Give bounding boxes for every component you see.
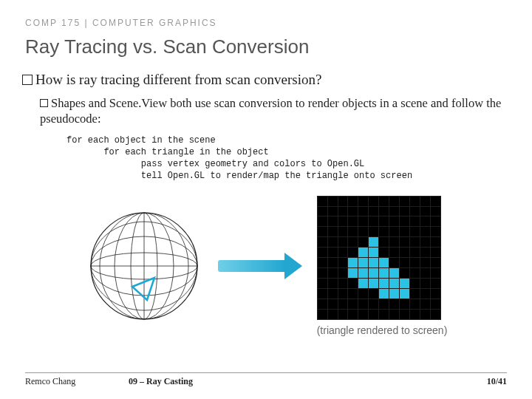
pixel-cell [328, 279, 338, 288]
pixel-cell [389, 268, 399, 278]
pixel-cell [410, 279, 420, 288]
pixel-cell [348, 197, 358, 206]
pixel-cell [358, 197, 368, 206]
pixel-cell [369, 216, 378, 226]
pixel-cell [338, 289, 348, 299]
bullet-1-text: How is ray tracing different from scan c… [35, 72, 321, 87]
pixel-cell [369, 258, 378, 267]
pixel-cell [348, 258, 358, 267]
pixel-cell [348, 237, 358, 247]
pixel-cell [400, 279, 409, 288]
pixel-cell [420, 237, 430, 247]
pixel-cell [379, 299, 389, 309]
pixel-cell [338, 207, 348, 216]
pixel-cell [410, 227, 420, 236]
pixel-cell [400, 197, 409, 206]
pixel-cell [420, 268, 430, 278]
pixel-cell [389, 279, 399, 288]
pixel-cell [338, 310, 348, 319]
pixel-cell [410, 310, 420, 319]
pixel-cell [431, 279, 440, 288]
pixel-cell [318, 279, 327, 288]
pseudocode-block: for each object in the scene for each tr… [22, 134, 510, 183]
pixel-cell [420, 227, 430, 236]
pixel-cell [379, 310, 389, 319]
pixel-cell [338, 216, 348, 226]
pixel-cell [328, 258, 338, 267]
pixel-cell [328, 289, 338, 299]
pixel-cell [358, 248, 368, 257]
pixel-cell [348, 227, 358, 236]
pixel-cell [420, 207, 430, 216]
pixel-cell [328, 299, 338, 309]
pixel-cell [318, 258, 327, 267]
pixel-cell [348, 207, 358, 216]
pixel-cell [400, 216, 409, 226]
pixel-cell [338, 248, 348, 257]
pixel-cell [338, 227, 348, 236]
pixel-cell [328, 216, 338, 226]
pixel-cell [328, 227, 338, 236]
pixel-cell [410, 248, 420, 257]
pixel-cell [348, 216, 358, 226]
pixel-cell [410, 258, 420, 267]
pixel-cell [369, 237, 378, 247]
pixel-cell [431, 289, 440, 299]
pixel-cell [379, 216, 389, 226]
pixel-cell [431, 197, 440, 206]
pixel-cell [369, 279, 378, 288]
arrow-right-icon [218, 253, 302, 279]
pixel-cell [379, 227, 389, 236]
pixel-cell [358, 216, 368, 226]
pixel-cell [348, 289, 358, 299]
pixel-cell [400, 258, 409, 267]
pixel-cell [338, 279, 348, 288]
pixel-cell [420, 299, 430, 309]
pixel-cell [431, 248, 440, 257]
pixel-cell [389, 207, 399, 216]
pixel-cell [318, 289, 327, 299]
pixel-cell [400, 310, 409, 319]
course-header: COMP 175 | COMPUTER GRAPHICS [0, 0, 532, 33]
pixel-cell [431, 237, 440, 247]
wireframe-sphere-icon [85, 207, 203, 325]
bullet-level-1: How is ray tracing different from scan c… [22, 72, 510, 88]
pixel-cell [369, 197, 378, 206]
pixel-cell [348, 248, 358, 257]
pixel-cell [358, 299, 368, 309]
slide-body: How is ray tracing different from scan c… [0, 66, 532, 336]
figure-row: (triangle rendered to screen) [22, 196, 510, 336]
pixel-cell [318, 197, 327, 206]
pixel-cell [379, 207, 389, 216]
pixel-cell [338, 237, 348, 247]
pixel-cell [379, 258, 389, 267]
pixel-cell [389, 248, 399, 257]
pixel-cell [358, 310, 368, 319]
pixel-cell [389, 237, 399, 247]
pixel-cell [420, 248, 430, 257]
pixel-cell [318, 248, 327, 257]
pixel-cell [358, 207, 368, 216]
pixel-cell [318, 310, 327, 319]
pixel-cell [389, 258, 399, 267]
pixel-cell [410, 207, 420, 216]
bullet-square-small-icon [40, 99, 48, 107]
pixel-cell [369, 207, 378, 216]
pixel-cell [358, 237, 368, 247]
pixel-cell [400, 227, 409, 236]
pixel-cell [328, 237, 338, 247]
pixel-cell [358, 279, 368, 288]
pixel-cell [338, 258, 348, 267]
pixel-cell [400, 207, 409, 216]
pixel-cell [389, 227, 399, 236]
pixel-cell [348, 310, 358, 319]
pixel-cell [410, 237, 420, 247]
pixel-cell [328, 197, 338, 206]
slide-footer: Remco Chang 09 – Ray Casting 10/41 [25, 372, 507, 387]
pixel-cell [420, 310, 430, 319]
pixel-cell [410, 289, 420, 299]
pixel-cell [420, 258, 430, 267]
pixel-cell [431, 268, 440, 278]
pixel-cell [400, 289, 409, 299]
pixel-cell [400, 248, 409, 257]
